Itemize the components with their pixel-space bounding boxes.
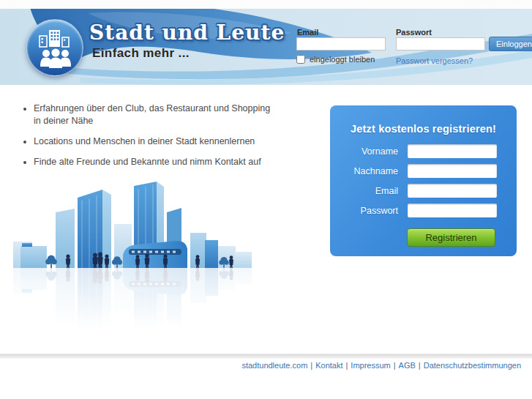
remember-label: eingeloggt bleiben <box>310 55 375 64</box>
footer-link-home[interactable]: stadtundleute.com <box>241 361 307 370</box>
footer-link-datenschutz[interactable]: Datenschutzbestimmungen <box>424 361 521 370</box>
password-label: Passwort <box>396 28 432 37</box>
login-button[interactable]: Einloggen <box>489 37 532 51</box>
remember-checkbox[interactable] <box>296 55 305 64</box>
reg-passwort-field[interactable] <box>408 204 497 217</box>
site-tagline: Einfach mehr ... <box>92 46 285 61</box>
main-content: Erfahrungen über den Club, das Restauran… <box>0 85 532 354</box>
footer-link-agb[interactable]: AGB <box>399 361 416 370</box>
benefit-item: Finde alte Freunde und Bekannte und nimm… <box>34 156 280 168</box>
brand-block: Stadt und Leute Einfach mehr ... <box>89 22 285 61</box>
logo <box>26 19 83 76</box>
city-people-logo-icon <box>27 20 84 77</box>
registration-row-passwort: Passwort <box>330 204 517 217</box>
registration-heading: Jetzt kostenlos registrieren! <box>330 105 517 135</box>
reg-email-field[interactable] <box>408 184 497 198</box>
vorname-field[interactable] <box>408 144 497 158</box>
remember-me-row[interactable]: eingeloggt bleiben <box>296 55 375 64</box>
registration-row-nachname: Nachname <box>330 164 517 178</box>
email-label: Email <box>297 28 318 37</box>
registration-box: Jetzt kostenlos registrieren! Vorname Na… <box>330 105 517 256</box>
footer-separator: | <box>345 361 348 370</box>
vorname-label: Vorname <box>361 146 398 157</box>
nachname-label: Nachname <box>354 166 398 176</box>
site-title: Stadt und Leute <box>89 22 285 44</box>
footer-links: stadtundleute.com|Kontakt|Impressum|AGB|… <box>0 359 532 370</box>
people-icon <box>40 48 71 68</box>
password-field[interactable] <box>396 37 485 51</box>
footer-separator: | <box>310 361 312 370</box>
top-strip <box>0 0 532 9</box>
reg-email-label: Email <box>375 186 398 196</box>
header: Stadt und Leute Einfach mehr ... Email P… <box>0 9 532 85</box>
reg-passwort-label: Passwort <box>361 206 398 216</box>
footer-link-kontakt[interactable]: Kontakt <box>315 361 342 370</box>
registration-form: Vorname Nachname Email Passwort Registri… <box>330 144 517 247</box>
nachname-field[interactable] <box>408 164 497 178</box>
benefit-item: Locations und Menschen in deiner Stadt k… <box>34 135 280 148</box>
benefits-list: Erfahrungen über den Club, das Restauran… <box>22 102 280 176</box>
footer-divider <box>0 354 532 359</box>
login-form: Email Passwort Einloggen eingeloggt blei… <box>296 28 527 73</box>
footer-separator: | <box>394 361 396 370</box>
registration-submit-row: Registrieren <box>330 228 517 247</box>
footer-link-impressum[interactable]: Impressum <box>351 361 390 370</box>
footer-separator: | <box>419 361 421 370</box>
registration-row-email: Email <box>330 184 517 198</box>
city-skyline-illustration <box>13 179 256 329</box>
page: Stadt und Leute Einfach mehr ... Email P… <box>0 0 532 399</box>
forgot-password-link[interactable]: Passwort vergessen? <box>396 56 473 65</box>
email-field[interactable] <box>296 37 386 51</box>
benefit-item: Erfahrungen über den Club, das Restauran… <box>34 102 280 127</box>
register-button[interactable]: Registrieren <box>407 228 495 247</box>
registration-row-vorname: Vorname <box>330 144 517 158</box>
